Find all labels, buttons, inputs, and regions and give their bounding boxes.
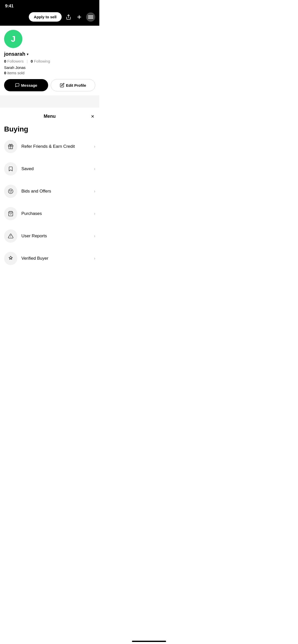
- verified-buyer-label: Verified Buyer: [21, 256, 94, 261]
- edit-icon: [60, 83, 64, 87]
- verified-icon: [8, 256, 13, 261]
- share-icon: [66, 14, 71, 20]
- menu-item-refer-friends[interactable]: Refer Friends & Earn Credit ›: [4, 135, 95, 158]
- bids-offers-chevron-icon: ›: [94, 189, 95, 194]
- items-sold: 0 items sold: [4, 71, 95, 75]
- refer-friends-label: Refer Friends & Earn Credit: [21, 144, 94, 149]
- status-bar: 9:41: [0, 0, 99, 10]
- stats-row: 0 Followers | 0 Following: [4, 59, 95, 63]
- section-gap: [0, 95, 99, 108]
- menu-section: Menu × Buying Refer Friends & Earn Credi…: [0, 108, 99, 270]
- add-icon: [76, 14, 82, 20]
- menu-header: Menu ×: [4, 114, 95, 119]
- followers-stat: 0 Followers: [4, 59, 24, 63]
- menu-item-saved[interactable]: Saved ›: [4, 158, 95, 180]
- menu-item-purchases[interactable]: Purchases ›: [4, 202, 95, 225]
- edit-profile-button[interactable]: Edit Profile: [51, 79, 95, 91]
- svg-point-11: [10, 190, 10, 191]
- svg-point-8: [8, 189, 13, 194]
- profile-actions: Message Edit Profile: [0, 79, 99, 95]
- status-time: 9:41: [5, 4, 13, 8]
- username-chevron-icon[interactable]: ▾: [27, 52, 29, 56]
- discount-icon: [8, 188, 13, 194]
- menu-title: Menu: [44, 114, 56, 119]
- gift-icon: [8, 144, 13, 149]
- username: jonsarah: [4, 51, 25, 57]
- saved-chevron-icon: ›: [94, 167, 95, 171]
- apply-to-sell-button[interactable]: Apply to sell: [29, 12, 62, 22]
- saved-label: Saved: [21, 166, 94, 171]
- svg-point-12: [11, 190, 12, 191]
- menu-close-button[interactable]: ×: [90, 112, 95, 121]
- real-name: Sarah Jonas: [4, 65, 95, 70]
- hamburger-icon: [88, 15, 93, 19]
- message-icon: [15, 83, 20, 87]
- add-button[interactable]: [75, 13, 83, 21]
- profile-section: J jonsarah ▾ 0 Followers | 0 Following S…: [0, 26, 99, 75]
- header: Apply to sell: [0, 10, 99, 26]
- bids-offers-label: Bids and Offers: [21, 189, 94, 194]
- warning-icon: [8, 233, 13, 239]
- verified-buyer-chevron-icon: ›: [94, 256, 95, 261]
- buying-heading: Buying: [4, 125, 95, 133]
- menu-item-verified-buyer[interactable]: Verified Buyer ›: [4, 247, 95, 270]
- refer-friends-chevron-icon: ›: [94, 144, 95, 149]
- purchases-chevron-icon: ›: [94, 211, 95, 216]
- bag-icon: [8, 211, 13, 216]
- avatar: J: [4, 30, 22, 48]
- menu-item-user-reports[interactable]: User Reports ›: [4, 225, 95, 247]
- share-button[interactable]: [65, 13, 72, 21]
- menu-items-list: Refer Friends & Earn Credit › Saved ›: [4, 135, 95, 270]
- username-row: jonsarah ▾: [4, 51, 95, 57]
- following-stat: 0 Following: [31, 59, 50, 63]
- user-reports-label: User Reports: [21, 233, 94, 239]
- purchases-label: Purchases: [21, 211, 94, 216]
- user-reports-chevron-icon: ›: [94, 234, 95, 238]
- hamburger-menu-button[interactable]: [86, 12, 95, 22]
- bookmark-icon: [8, 166, 13, 172]
- menu-item-bids-offers[interactable]: Bids and Offers ›: [4, 180, 95, 202]
- message-button[interactable]: Message: [4, 79, 48, 91]
